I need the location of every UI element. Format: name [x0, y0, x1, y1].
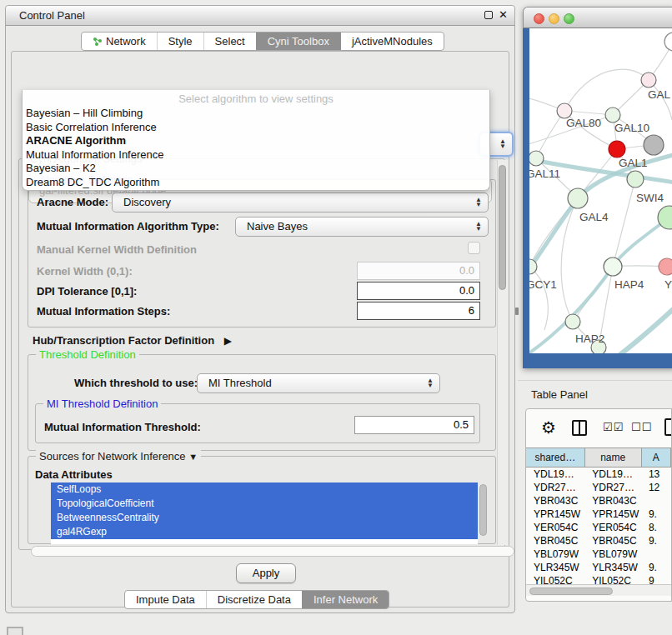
data-attributes-label: Data Attributes: [35, 468, 113, 481]
split-pane-handle[interactable]: [515, 308, 519, 315]
network-canvas[interactable]: GALGAL80GAL10GAL1GAL11SWI4GAL4GCY1HAP4YH…: [529, 28, 672, 353]
table-column-header[interactable]: shared…: [525, 448, 585, 468]
network-node[interactable]: [565, 314, 580, 329]
algorithm-option[interactable]: Bayesian – Hill Climbing: [23, 107, 489, 121]
table-row[interactable]: YER054CYER054C8.: [526, 521, 671, 534]
bottom-tabbar: Impute DataDiscretize DataInfer Network: [124, 590, 389, 609]
network-node[interactable]: [605, 108, 620, 122]
network-node[interactable]: [644, 135, 664, 155]
bottom-tab-impute-data[interactable]: Impute Data: [125, 591, 206, 608]
sources-legend[interactable]: Sources for Network Inference ▼: [36, 450, 201, 462]
table-header-row: shared…nameA: [526, 448, 671, 468]
mi-threshold-group: MI Threshold Definition Mutual Informati…: [35, 403, 480, 443]
minimize-window-icon[interactable]: [549, 13, 559, 24]
algorithm-popup-list: Bayesian – Hill ClimbingBasic Correlatio…: [23, 107, 489, 189]
network-node[interactable]: [664, 32, 672, 51]
table-row[interactable]: YDL19…YDL19…13: [526, 468, 671, 481]
settings-hscrollbar[interactable]: [31, 546, 514, 557]
algorithm-option[interactable]: Mutual Information Inference: [23, 148, 489, 162]
aracne-mode-combo[interactable]: Discovery ▲▼: [112, 192, 489, 212]
table-cell: YBR045C: [526, 534, 584, 548]
tab-jactivemnodules[interactable]: jActiveMNodules: [340, 32, 444, 50]
network-node[interactable]: [659, 258, 672, 275]
collapse-down-icon: ▼: [188, 452, 198, 462]
table-cell: YPR145W: [526, 508, 584, 521]
table-cell: YDR27…: [526, 481, 584, 494]
zoom-window-icon[interactable]: [564, 13, 574, 24]
table-hscrollbar-thumb[interactable]: [529, 588, 613, 595]
tab-cyni-toolbox[interactable]: Cyni Toolbox: [256, 32, 340, 50]
table-hscrollbar[interactable]: [526, 584, 671, 596]
table-row[interactable]: YBR045CYBR045C9.: [526, 534, 671, 548]
table-row[interactable]: YDR27…YDR27…12: [526, 481, 671, 494]
settings-vscrollbar-thumb[interactable]: [499, 165, 506, 290]
table-cell: YDL19…: [526, 468, 584, 481]
deselect-all-checkboxes-icon[interactable]: ☐☐: [631, 421, 652, 433]
network-node[interactable]: [609, 141, 625, 158]
bottom-tab-discretize-data[interactable]: Discretize Data: [206, 591, 302, 608]
float-panel-icon[interactable]: [484, 11, 493, 19]
algorithm-option[interactable]: ARACNE Algorithm: [23, 134, 489, 148]
node-label: GAL80: [566, 117, 601, 129]
gear-icon[interactable]: ⚙: [541, 418, 556, 438]
node-label: GCY1: [529, 278, 557, 291]
mi-type-value: Naive Bayes: [247, 220, 308, 232]
algorithm-popup-prompt: Select algorithm to view settings: [23, 92, 489, 107]
network-node[interactable]: [641, 72, 656, 88]
attribute-list-scrollbar[interactable]: [479, 484, 487, 536]
column-layout-icon[interactable]: [572, 420, 587, 436]
node-label: GAL: [648, 88, 671, 101]
tab-network[interactable]: Network: [82, 32, 157, 50]
attribute-list-item[interactable]: TopologicalCoefficient: [51, 497, 478, 511]
bottom-tab-infer-network[interactable]: Infer Network: [302, 591, 389, 608]
mi-threshold-field[interactable]: 0.5: [354, 416, 474, 434]
network-node[interactable]: [529, 151, 544, 166]
control-panel-window: Control Panel ✕ NetworkStyleSelectCyni T…: [5, 5, 515, 613]
table-row[interactable]: YBR043CYBR043C: [526, 494, 671, 508]
table-row[interactable]: YLR345WYLR345W9.: [526, 561, 671, 574]
apply-button[interactable]: Apply: [236, 563, 296, 583]
table-row[interactable]: YBL079WYBL079W: [526, 548, 671, 561]
control-panel-content: Inference Algorithm gal-filtered.sif def…: [11, 51, 509, 608]
bottom-tab-label: Impute Data: [136, 593, 195, 606]
network-node[interactable]: [604, 258, 622, 276]
dpi-tolerance-field[interactable]: 0.0: [357, 282, 480, 300]
algorithm-option[interactable]: Basic Correlation Inference: [23, 121, 489, 135]
select-all-checkboxes-icon[interactable]: ☑☑: [603, 421, 624, 433]
table-cell: YBR045C: [584, 534, 641, 548]
hub-definition-label: Hub/Transcription Factor Definition: [33, 334, 214, 347]
table-column-header[interactable]: name: [584, 448, 642, 468]
hub-definition-toggle[interactable]: Hub/Transcription Factor Definition ▶: [33, 334, 232, 347]
table-cell: YDL19…: [584, 468, 641, 481]
document-icon[interactable]: [664, 418, 672, 436]
table-column-header[interactable]: A: [641, 448, 671, 468]
minimized-panel-icon[interactable]: [7, 627, 23, 635]
attribute-list-item[interactable]: SelfLoops: [51, 482, 478, 497]
combo-stepper-icon: ▲▼: [475, 198, 482, 208]
attribute-list-item[interactable]: gal4RGexp: [51, 525, 478, 539]
attribute-list-item[interactable]: BetweennessCentrality: [51, 511, 478, 525]
kernel-width-label: Kernel Width (0,1):: [37, 265, 133, 278]
table-cell: YBL079W: [584, 548, 641, 561]
mi-steps-field[interactable]: 6: [357, 302, 480, 320]
algorithm-option[interactable]: Dream8 DC_TDC Algorithm: [23, 176, 489, 190]
network-node[interactable]: [568, 188, 588, 208]
table-body: YDL19…YDL19…13YDR27…YDR27…12YBR043CYBR04…: [526, 468, 671, 588]
kernel-width-field[interactable]: 0.0: [357, 262, 480, 280]
table-panel-title: Table Panel: [531, 388, 588, 401]
mi-type-combo[interactable]: Naive Bayes ▲▼: [235, 217, 489, 237]
table-cell: YLR345W: [584, 561, 641, 574]
algorithm-dropdown-popup: Select algorithm to view settings Bayesi…: [22, 90, 490, 191]
close-window-icon[interactable]: [534, 13, 544, 24]
manual-kernel-checkbox[interactable]: [468, 242, 480, 254]
network-node[interactable]: [627, 171, 644, 188]
tab-select[interactable]: Select: [203, 32, 256, 50]
network-window-titlebar[interactable]: [523, 7, 672, 28]
node-label: Y: [664, 278, 672, 291]
tab-style[interactable]: Style: [157, 32, 203, 50]
which-threshold-combo[interactable]: MI Threshold ▲▼: [197, 373, 440, 393]
algorithm-option[interactable]: Bayesian – K2: [23, 162, 489, 176]
table-row[interactable]: YPR145WYPR145W9.: [526, 508, 671, 521]
expand-right-icon: ▶: [224, 335, 232, 347]
close-panel-icon[interactable]: ✕: [499, 8, 508, 21]
